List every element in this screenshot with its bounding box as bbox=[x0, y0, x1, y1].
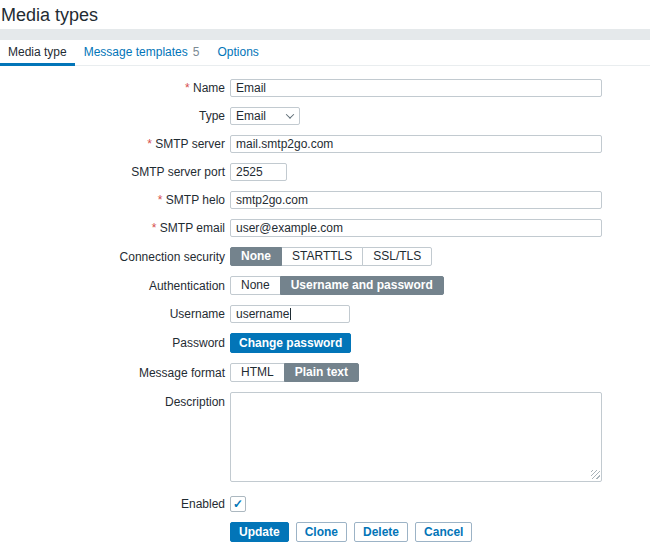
cancel-button[interactable]: Cancel bbox=[415, 522, 472, 542]
name-label: Name bbox=[0, 81, 225, 95]
username-input-value: username bbox=[236, 307, 289, 321]
smtp-email-label: SMTP email bbox=[0, 221, 225, 235]
resize-handle-icon[interactable] bbox=[591, 470, 600, 479]
form-row: SMTP helo bbox=[0, 191, 650, 209]
name-input[interactable] bbox=[230, 79, 602, 97]
text-cursor bbox=[290, 308, 291, 320]
message-format-option-html[interactable]: HTML bbox=[230, 363, 285, 382]
change-password-button[interactable]: Change password bbox=[230, 333, 351, 353]
message-templates-count-badge: 5 bbox=[193, 45, 200, 59]
form-row: SMTP server port bbox=[0, 163, 650, 181]
tab-bar: Media type Message templates 5 Options bbox=[0, 40, 650, 66]
tab-options-label: Options bbox=[217, 45, 258, 59]
form-row: Password Change password bbox=[0, 333, 650, 353]
tab-message-templates-label: Message templates bbox=[84, 45, 188, 59]
form-row: Enabled ✓ bbox=[0, 496, 650, 512]
enabled-checkbox[interactable]: ✓ bbox=[230, 496, 246, 512]
form-row: Type Email bbox=[0, 107, 650, 125]
type-select-value: Email bbox=[236, 109, 266, 123]
form-row: Name bbox=[0, 79, 650, 97]
form-actions: Update Clone Delete Cancel bbox=[230, 522, 650, 542]
form-row: SMTP server bbox=[0, 135, 650, 153]
page-title: Media types bbox=[1, 5, 650, 26]
smtp-helo-label: SMTP helo bbox=[0, 193, 225, 207]
authentication-option-none[interactable]: None bbox=[230, 276, 281, 295]
type-select[interactable]: Email bbox=[230, 107, 300, 125]
connection-security-option-none[interactable]: None bbox=[230, 247, 282, 266]
smtp-server-input[interactable] bbox=[230, 135, 602, 153]
form-row: Username username bbox=[0, 305, 650, 323]
form-row: Description bbox=[0, 392, 650, 482]
form-footer-row: Update Clone Delete Cancel bbox=[0, 522, 650, 542]
username-label: Username bbox=[0, 307, 225, 321]
authentication-segmented: None Username and password bbox=[230, 276, 444, 295]
form-row: Message format HTML Plain text bbox=[0, 363, 650, 382]
smtp-email-input[interactable] bbox=[230, 219, 602, 237]
smtp-helo-input[interactable] bbox=[230, 191, 602, 209]
delete-button[interactable]: Delete bbox=[354, 522, 408, 542]
smtp-server-label: SMTP server bbox=[0, 137, 225, 151]
checkmark-icon: ✓ bbox=[233, 498, 243, 510]
message-format-label: Message format bbox=[0, 366, 225, 380]
message-format-option-plain-text[interactable]: Plain text bbox=[284, 363, 359, 382]
form-row: SMTP email bbox=[0, 219, 650, 237]
smtp-port-label: SMTP server port bbox=[0, 165, 225, 179]
media-type-form: Name Type Email SMTP server SMTP server … bbox=[0, 79, 650, 542]
header-divider-strip bbox=[0, 29, 650, 40]
tab-options[interactable]: Options bbox=[208, 40, 267, 66]
description-label: Description bbox=[0, 392, 225, 409]
tab-media-type-label: Media type bbox=[8, 45, 67, 59]
description-textarea[interactable] bbox=[230, 392, 602, 482]
authentication-label: Authentication bbox=[0, 279, 225, 293]
connection-security-option-starttls[interactable]: STARTTLS bbox=[281, 247, 363, 266]
form-row: Connection security None STARTTLS SSL/TL… bbox=[0, 247, 650, 266]
tab-media-type[interactable]: Media type bbox=[0, 40, 75, 66]
connection-security-label: Connection security bbox=[0, 250, 225, 264]
message-format-segmented: HTML Plain text bbox=[230, 363, 359, 382]
password-label: Password bbox=[0, 336, 225, 350]
tab-message-templates[interactable]: Message templates 5 bbox=[75, 40, 209, 66]
connection-security-option-ssltls[interactable]: SSL/TLS bbox=[362, 247, 432, 266]
type-label: Type bbox=[0, 109, 225, 123]
form-row: Authentication None Username and passwor… bbox=[0, 276, 650, 295]
smtp-port-input[interactable] bbox=[230, 163, 287, 181]
authentication-option-username-password[interactable]: Username and password bbox=[280, 276, 444, 295]
enabled-label: Enabled bbox=[0, 497, 225, 511]
chevron-down-icon bbox=[286, 110, 294, 118]
connection-security-segmented: None STARTTLS SSL/TLS bbox=[230, 247, 432, 266]
clone-button[interactable]: Clone bbox=[296, 522, 347, 542]
username-input[interactable]: username bbox=[230, 305, 350, 323]
update-button[interactable]: Update bbox=[230, 522, 289, 542]
